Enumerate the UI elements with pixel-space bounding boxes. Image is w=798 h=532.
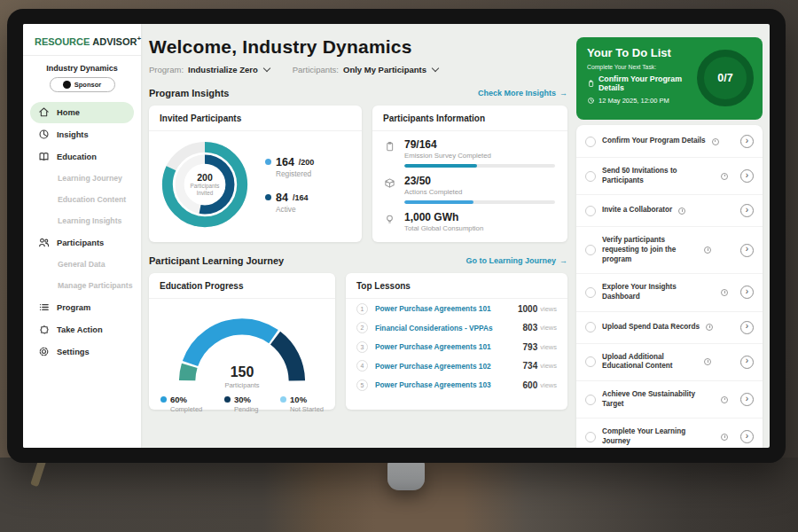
views-suffix: views [540, 305, 557, 313]
task-chevron-button[interactable]: › [740, 393, 754, 406]
legend-label: Registered [276, 169, 314, 178]
views-suffix: views [540, 343, 557, 351]
task-row[interactable]: Invite a Collaborator › [576, 195, 763, 227]
program-filter[interactable]: Program:Industrialize Zero [149, 65, 270, 74]
sponsor-icon [63, 81, 71, 89]
task-chevron-button[interactable]: › [740, 430, 754, 443]
sidebar-item-program[interactable]: Program [30, 297, 134, 318]
task-chevron-button[interactable]: › [740, 204, 754, 217]
lesson-link[interactable]: Power Purchase Agreements 101 [375, 304, 518, 313]
task-checkbox[interactable] [585, 245, 596, 255]
sidebar-item-home[interactable]: Home [30, 102, 134, 123]
cube-icon [384, 177, 395, 189]
legend-item-pending: 30% Pending [224, 395, 259, 413]
lesson-link[interactable]: Financial Considerations - VPPAs [375, 324, 523, 332]
task-chevron-button[interactable]: › [740, 286, 754, 299]
task-chevron-button[interactable]: › [740, 356, 754, 369]
task-checkbox[interactable] [585, 206, 596, 216]
task-row[interactable]: Achieve One Sustainability Target › [576, 381, 763, 419]
task-row[interactable]: Upload Additional Educational Content › [576, 344, 763, 381]
home-icon [38, 106, 50, 118]
task-label: Verify participants requesting to join t… [602, 236, 698, 264]
task-checkbox[interactable] [585, 322, 596, 332]
stat-label: Emission Survey Completed [404, 152, 555, 160]
stat-value: 1,000 GWh [404, 211, 555, 223]
task-row[interactable]: Confirm Your Program Details › [576, 126, 763, 158]
sidebar-item-label: Education [57, 153, 97, 161]
task-chevron-button[interactable]: › [740, 321, 754, 334]
sponsor-label: Sponsor [74, 81, 101, 89]
go-to-learning-journey-link[interactable]: Go to Learning Journey→ [466, 256, 567, 265]
task-checkbox[interactable] [585, 171, 596, 182]
legend-label: Not Started [290, 405, 324, 413]
card-title: Participants Information [372, 106, 567, 131]
task-checkbox[interactable] [585, 395, 596, 405]
sidebar-nav: Home Insights Education Learning Journey… [23, 100, 141, 365]
participants-filter-value: Only My Participants [343, 65, 426, 74]
link-label: Go to Learning Journey [466, 256, 556, 265]
task-row[interactable]: Complete Your Learning Journey › [576, 419, 763, 448]
participants-filter-label: Participants: [293, 65, 339, 74]
logo-plus: + [137, 35, 141, 43]
lesson-link[interactable]: Power Purchase Agreements 102 [375, 362, 523, 371]
task-row[interactable]: Explore Your Insights Dashboard › [576, 274, 763, 311]
gauge-legend: 60% Completed 30% Pending 10% Not Starte… [149, 387, 335, 413]
task-checkbox[interactable] [585, 356, 596, 367]
donut-center-label: Participants Invited [191, 183, 220, 198]
sidebar-item-label: Take Action [57, 325, 103, 334]
lesson-link[interactable]: Power Purchase Agreements 101 [375, 342, 523, 351]
task-checkbox[interactable] [585, 137, 596, 147]
sidebar-item-label: Learning Insights [58, 216, 121, 225]
gauge-center-label: Participants [163, 381, 321, 389]
clock-icon [704, 358, 711, 365]
monitor-frame: RESOURCEADVISOR+ Industry Dynamics Spons… [7, 9, 786, 463]
link-label: Check More Insights [478, 89, 556, 98]
task-row[interactable]: Send 50 Invitations to Participants › [576, 158, 763, 195]
sidebar-item-take-action[interactable]: Take Action [30, 319, 134, 340]
program-filter-label: Program: [149, 65, 184, 74]
clock-icon [587, 97, 595, 105]
lightbulb-icon [384, 214, 395, 225]
task-chevron-button[interactable]: › [740, 244, 754, 257]
sidebar-item-label: Settings [57, 348, 90, 356]
sidebar-item-learning-journey[interactable]: Learning Journey [30, 168, 134, 189]
check-more-insights-link[interactable]: Check More Insights→ [478, 89, 567, 98]
sidebar-item-general-data[interactable]: General Data [30, 254, 134, 275]
task-row[interactable]: Upload Spend Data Records › [576, 312, 763, 344]
sidebar-item-education[interactable]: Education [30, 146, 134, 168]
legend-label: Active [276, 205, 314, 214]
task-chevron-button[interactable]: › [740, 135, 754, 148]
legend-dot [265, 194, 271, 200]
donut-center-value: 200 [197, 172, 213, 183]
task-checkbox[interactable] [585, 287, 596, 298]
lesson-views: 793 [523, 342, 538, 352]
chevron-down-icon [432, 65, 439, 72]
lesson-link[interactable]: Power Purchase Agreements 103 [375, 380, 523, 389]
task-checkbox[interactable] [585, 432, 596, 442]
sidebar-item-manage-participants[interactable]: Manage Participants [30, 276, 134, 296]
arrow-right-icon: → [559, 89, 567, 98]
clock-icon [721, 289, 728, 296]
legend-item-not-started: 10% Not Started [280, 395, 324, 413]
stat-label: Actions Completed [404, 188, 555, 196]
sidebar-item-insights[interactable]: Insights [30, 124, 134, 145]
sidebar-item-education-content[interactable]: Education Content [30, 190, 134, 210]
top-lessons-card: Top Lessons 1 Power Purchase Agreements … [346, 273, 567, 410]
sidebar-item-learning-insights[interactable]: Learning Insights [30, 211, 134, 231]
sidebar-item-settings[interactable]: Settings [30, 341, 134, 363]
todo-task-list: Confirm Your Program Details › Send 50 I… [576, 125, 763, 448]
lesson-rank: 3 [356, 341, 368, 353]
participants-filter[interactable]: Participants:Only My Participants [293, 65, 438, 74]
sidebar-item-participants[interactable]: Participants [30, 232, 134, 254]
org-name: Industry Dynamics [23, 64, 141, 73]
clock-icon [678, 207, 685, 215]
insights-icon [38, 129, 50, 140]
task-chevron-button[interactable]: › [740, 169, 754, 183]
sidebar-item-label: Insights [57, 130, 89, 139]
lesson-rank: 4 [356, 360, 368, 372]
legend-value: 84 [276, 192, 288, 204]
gear-icon [38, 346, 50, 357]
task-label: Upload Spend Data Records [602, 323, 700, 332]
clock-icon [706, 324, 713, 331]
task-row[interactable]: Verify participants requesting to join t… [576, 227, 763, 274]
